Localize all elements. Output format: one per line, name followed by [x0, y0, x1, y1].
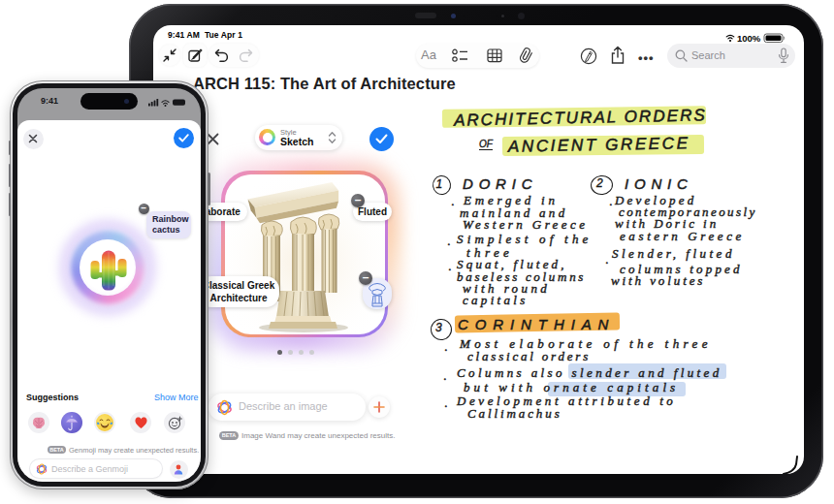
svg-text:100%: 100% [737, 33, 761, 44]
